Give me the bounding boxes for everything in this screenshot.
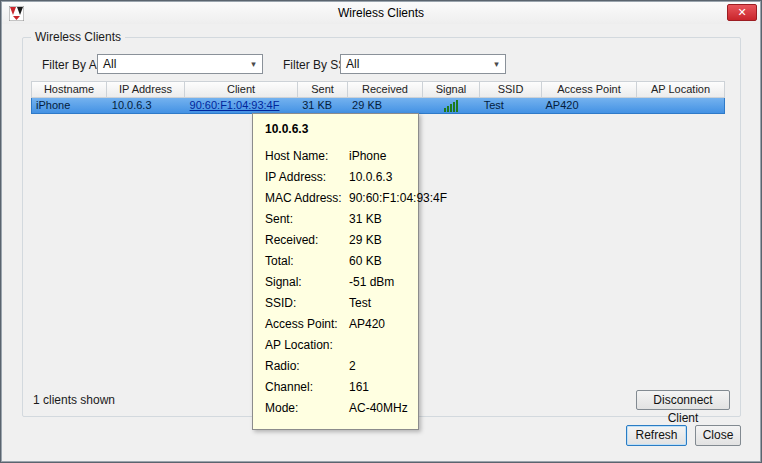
- filter-by-ssid-select[interactable]: All ▾: [340, 54, 506, 74]
- cell-ip-address: 10.0.6.3: [108, 98, 186, 113]
- column-header-ssid[interactable]: SSID: [480, 81, 542, 98]
- table-row[interactable]: iPhone 10.0.6.3 90:60:F1:04:93:4F 31 KB …: [31, 98, 725, 114]
- tooltip-field-value: 29 KB: [349, 230, 406, 251]
- chevron-down-icon: ▾: [245, 55, 262, 73]
- tooltip-field-label: Total:: [265, 251, 349, 272]
- column-header-ap-location[interactable]: AP Location: [637, 81, 725, 98]
- cell-access-point: AP420: [542, 98, 637, 113]
- column-header-ip-address[interactable]: IP Address: [107, 81, 185, 98]
- cell-ap-location: [636, 98, 724, 113]
- tooltip-field-value: iPhone: [349, 146, 406, 167]
- disconnect-client-button[interactable]: Disconnect Client: [636, 390, 730, 410]
- tooltip-field-value: 2: [349, 356, 406, 377]
- tooltip-field-value: [349, 335, 406, 356]
- client-details-tooltip: 10.0.6.3 Host Name:iPhone IP Address:10.…: [252, 113, 419, 430]
- column-header-hostname[interactable]: Hostname: [31, 81, 107, 98]
- tooltip-field-value: 60 KB: [349, 251, 406, 272]
- tooltip-field-label: Signal:: [265, 272, 349, 293]
- column-header-access-point[interactable]: Access Point: [542, 81, 637, 98]
- tooltip-field-value: Test: [349, 293, 406, 314]
- tooltip-field-value: AC-40MHz: [349, 398, 408, 419]
- column-header-signal[interactable]: Signal: [423, 81, 480, 98]
- tooltip-field-label: Access Point:: [265, 314, 349, 335]
- cell-ssid: Test: [480, 98, 542, 113]
- filter-by-ap-label: Filter By AP: [42, 58, 105, 72]
- refresh-button[interactable]: Refresh: [626, 425, 687, 446]
- chevron-down-icon: ▾: [488, 55, 505, 73]
- wireless-clients-dialog: Wireless Clients ✕ Wireless Clients Filt…: [0, 0, 762, 463]
- table-header-row: Hostname IP Address Client Sent Received…: [31, 81, 725, 98]
- tooltip-field-label: Channel:: [265, 377, 349, 398]
- tooltip-field-label: Radio:: [265, 356, 349, 377]
- tooltip-field-value: 10.0.6.3: [349, 167, 406, 188]
- tooltip-field-value: 90:60:F1:04:93:4F: [349, 188, 447, 209]
- tooltip-field-label: AP Location:: [265, 335, 349, 356]
- filter-by-ap-select[interactable]: All ▾: [97, 54, 263, 74]
- tooltip-field-value: 31 KB: [349, 209, 406, 230]
- clients-table: Hostname IP Address Client Sent Received…: [31, 81, 725, 114]
- group-title: Wireless Clients: [31, 30, 125, 44]
- cell-hostname: iPhone: [32, 98, 108, 113]
- tooltip-field-label: Host Name:: [265, 146, 349, 167]
- window-title: Wireless Clients: [2, 6, 760, 20]
- tooltip-field-label: Sent:: [265, 209, 349, 230]
- tooltip-field-label: IP Address:: [265, 167, 349, 188]
- tooltip-field-label: MAC Address:: [265, 188, 349, 209]
- tooltip-field-value: 161: [349, 377, 406, 398]
- tooltip-title: 10.0.6.3: [265, 122, 406, 136]
- tooltip-field-label: Received:: [265, 230, 349, 251]
- column-header-client[interactable]: Client: [185, 81, 298, 98]
- cell-sent: 31 KB: [298, 98, 348, 113]
- filter-by-ap-value: All: [98, 57, 245, 71]
- tooltip-field-label: Mode:: [265, 398, 349, 419]
- filter-by-ssid-value: All: [341, 57, 488, 71]
- signal-bars-icon: [444, 100, 458, 112]
- close-dialog-button[interactable]: Close: [695, 425, 741, 446]
- cell-received: 29 KB: [348, 98, 423, 113]
- tooltip-field-label: SSID:: [265, 293, 349, 314]
- tooltip-field-value: AP420: [349, 314, 406, 335]
- cell-signal: [423, 98, 480, 113]
- close-window-button[interactable]: ✕: [727, 4, 757, 21]
- clients-shown-status: 1 clients shown: [33, 393, 115, 407]
- tooltip-field-value: -51 dBm: [349, 272, 406, 293]
- column-header-sent[interactable]: Sent: [298, 81, 348, 98]
- client-mac-link[interactable]: 90:60:F1:04:93:4F: [190, 99, 280, 111]
- column-header-received[interactable]: Received: [348, 81, 423, 98]
- title-bar: Wireless Clients ✕: [2, 2, 760, 24]
